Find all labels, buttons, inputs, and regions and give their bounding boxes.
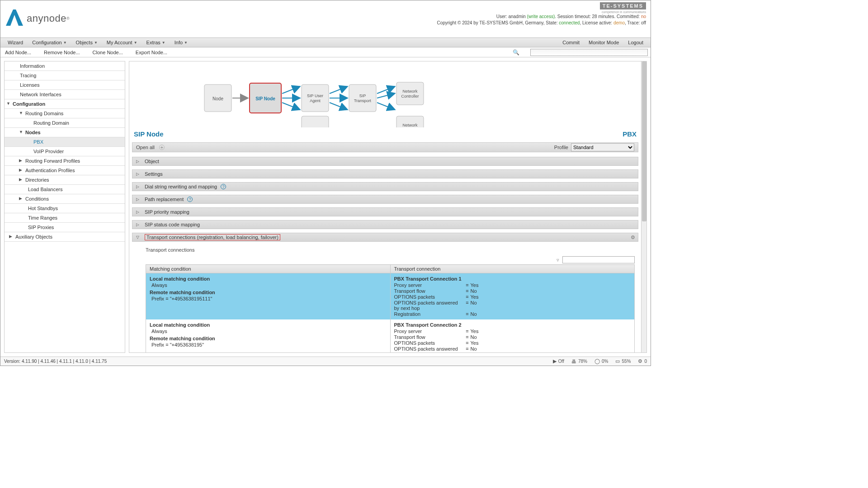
section-dial[interactable]: ▷Dial string rewriting and mapping? [132,182,638,191]
chevron-right-icon: ▷ [136,222,139,227]
menu-logout[interactable]: Logout [623,40,648,45]
remove-node-button[interactable]: Remove Node... [42,50,81,55]
toolbar: Add Node... Remove Node... Clone Node...… [0,47,651,57]
sidebar-item-routing-forward[interactable]: ▶Routing Forward Profiles [5,156,125,166]
svg-text:Transport: Transport [354,99,372,103]
tc-col-match[interactable]: Matching condition [146,265,391,273]
gear-icon[interactable]: ⚙ [631,235,635,240]
flow-node: Node [212,96,223,101]
sidebar-item-directories[interactable]: ▶Directories [5,175,125,185]
footer-gear-icon: ⚙0 [638,358,647,364]
sidebar-item-aux-objects[interactable]: ▶Auxiliary Objects [5,232,125,242]
chevron-right-icon: ▷ [136,159,139,164]
filter-icon[interactable]: ▿ [557,257,559,263]
help-icon[interactable]: ? [187,197,193,202]
sidebar-item-configuration[interactable]: ▼Configuration [5,99,125,109]
profile-select[interactable]: Standard [571,143,634,151]
svg-text:SIP: SIP [359,94,366,98]
search-input[interactable] [530,49,648,56]
menu-extras[interactable]: Extras▼ [142,40,170,45]
plus-icon[interactable]: + [159,145,165,150]
chevron-right-icon: ▶ [9,234,12,239]
section-object[interactable]: ▷Object [132,157,638,166]
sidebar-item-licenses[interactable]: Licenses [5,80,125,90]
export-node-button[interactable]: Export Node... [134,50,169,55]
sidebar-item-auth-profiles[interactable]: ▶Authentication Profiles [5,166,125,175]
section-path[interactable]: ▷Path replacement? [132,195,638,204]
sidebar-item-information[interactable]: Information [5,61,125,71]
sidebar-item-nodes[interactable]: ▼Nodes [5,128,125,137]
add-node-button[interactable]: Add Node... [3,50,33,55]
chevron-down-icon: ▼ [162,41,165,45]
svg-line-17 [282,87,299,94]
logo-text: anynode [27,13,66,24]
svg-rect-6 [349,84,376,112]
svg-line-22 [330,103,347,109]
sidebar-item-network-interfaces[interactable]: Network Interfaces [5,90,125,99]
svg-line-19 [282,103,299,109]
sidebar-item-conditions[interactable]: ▶Conditions [5,194,125,204]
status-line-1: User: anadmin (write access). Session ti… [437,14,646,20]
section-status[interactable]: ▷SIP status code mapping [132,220,638,229]
chevron-down-icon: ▼ [184,41,188,45]
menu-account[interactable]: My Account▼ [102,40,142,45]
sidebar-item-time-ranges[interactable]: Time Ranges [5,213,125,223]
menu-wizard[interactable]: Wizard [3,40,28,45]
open-all-button[interactable]: Open all [136,145,155,150]
svg-text:Agent: Agent [310,99,321,103]
open-all-bar: Open all + Profile Standard [132,142,638,152]
footer-video-icon: ▶Off [553,358,564,364]
chevron-right-icon: ▶ [19,158,22,163]
logo-icon [5,9,24,28]
trademark-icon: ® [66,16,70,21]
section-transport[interactable]: ▽Transport connections (registration, lo… [132,233,638,242]
status-line-2: Copyright © 2024 by TE-SYSTEMS GmbH, Ger… [437,20,646,26]
footer-cpu-icon: ◯0% [594,358,608,364]
chevron-right-icon: ▶ [19,196,22,201]
svg-rect-9 [396,82,424,105]
tc-col-conn[interactable]: Transport connection [390,265,635,273]
menu-objects[interactable]: Objects▼ [71,40,102,45]
header: anynode ® TE-SYSTEMS competence in commu… [0,0,651,38]
section-priority[interactable]: ▷SIP priority mapping [132,207,638,216]
sidebar-item-load-balancers[interactable]: Load Balancers [5,185,125,194]
footer-battery-icon: ▭55% [615,358,631,364]
svg-text:Network: Network [402,123,418,127]
chevron-right-icon: ▶ [19,168,22,172]
clone-node-button[interactable]: Clone Node... [91,50,125,55]
table-row[interactable]: Local matching conditionAlwaysRemote mat… [146,319,635,352]
search-icon: 🔍 [513,49,519,56]
chevron-right-icon: ▷ [136,172,139,176]
chevron-down-icon: ▼ [19,130,23,134]
sidebar-item-routing-domain[interactable]: Routing Domain [5,118,125,128]
tc-heading: Transport connections [146,247,635,253]
scrollbar[interactable] [641,61,646,352]
svg-text:Controller: Controller [401,94,419,99]
help-icon[interactable]: ? [221,184,226,189]
sidebar-item-hot-standbys[interactable]: Hot Standbys [5,204,125,213]
vendor-badge: TE-SYSTEMS competence in communications [437,2,646,14]
page-subtitle: PBX [623,130,637,138]
flow-diagram: Node SIP Node SIP User Agent [132,64,638,127]
section-settings[interactable]: ▷Settings [132,169,638,178]
sidebar-item-tracing[interactable]: Tracing [5,71,125,80]
menu-info[interactable]: Info▼ [170,40,192,45]
menu-commit[interactable]: Commit [558,40,584,45]
menu-configuration[interactable]: Configuration▼ [28,40,71,45]
sidebar-item-routing-domains[interactable]: ▼Routing Domains [5,109,125,118]
profile-label: Profile [554,145,568,150]
svg-line-20 [330,87,347,94]
menu-monitor[interactable]: Monitor Mode [584,40,623,45]
svg-line-25 [377,103,394,109]
table-row[interactable]: Local matching conditionAlwaysRemote mat… [146,273,635,320]
sidebar-item-sip-proxies[interactable]: SIP Proxies [5,223,125,232]
chevron-down-icon: ▼ [6,101,10,106]
chevron-right-icon: ▷ [136,210,139,214]
sidebar-item-voip-provider[interactable]: VoIP Provider [5,147,125,156]
svg-rect-2 [302,84,329,112]
tc-filter-input[interactable] [562,256,635,263]
tc-table: Matching condition Transport connection … [146,264,635,352]
svg-line-24 [377,94,394,98]
sidebar: Information Tracing Licenses Network Int… [4,61,125,353]
sidebar-item-pbx[interactable]: PBX [5,137,125,147]
